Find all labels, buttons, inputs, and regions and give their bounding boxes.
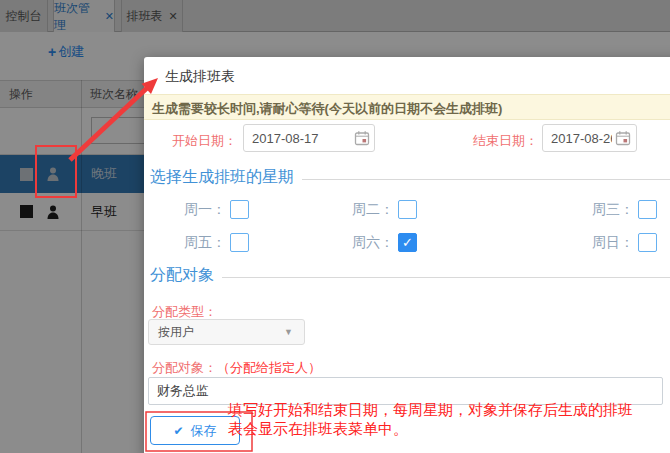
section-divider: [222, 277, 670, 278]
checkbox-monday[interactable]: [230, 200, 249, 219]
modal-title: 生成排班表: [165, 68, 235, 86]
weekday-monday: 周一：: [170, 200, 249, 219]
weekday-label: 周二：: [338, 201, 394, 219]
checkbox-saturday[interactable]: ✓: [398, 233, 417, 252]
checkbox-tuesday[interactable]: [398, 200, 417, 219]
weekday-friday: 周五：: [170, 233, 249, 252]
section-title: 选择生成排班的星期: [150, 167, 294, 188]
start-date-label: 开始日期：: [172, 132, 237, 150]
calendar-icon[interactable]: [615, 130, 631, 146]
assign-target-input[interactable]: [148, 377, 663, 405]
save-button[interactable]: ✔ 保存: [150, 416, 240, 445]
screen: 控制台 班次管理 ✕ 排班表 ✕ +创建 操作 班次名称: [0, 0, 670, 453]
week-section-header: 选择生成排班的星期: [150, 167, 670, 188]
selected-value: 按用户: [158, 325, 194, 339]
checkbox-sunday[interactable]: [638, 233, 657, 252]
assign-type-select[interactable]: 按用户 ▼: [148, 319, 305, 345]
weekday-saturday: 周六： ✓: [338, 233, 417, 252]
weekday-label: 周六：: [338, 234, 394, 252]
section-title: 分配对象: [150, 265, 214, 286]
end-date-label: 结束日期：: [473, 132, 538, 150]
weekday-sunday: 周日：: [578, 233, 657, 252]
weekday-label: 周五：: [170, 234, 226, 252]
weekday-label: 周三：: [578, 201, 634, 219]
save-label: 保存: [191, 422, 217, 440]
weekday-tuesday: 周二：: [338, 200, 417, 219]
generate-schedule-modal: 生成排班表 生成需要较长时间,请耐心等待(今天以前的日期不会生成排班) 开始日期…: [144, 57, 670, 453]
assign-section-header: 分配对象: [150, 265, 670, 286]
checkbox-wednesday[interactable]: [638, 200, 657, 219]
alert-bar: 生成需要较长时间,请耐心等待(今天以前的日期不会生成排班): [144, 94, 670, 120]
alert-text: 生成需要较长时间,请耐心等待(今天以前的日期不会生成排班): [152, 100, 502, 118]
calendar-icon[interactable]: [354, 130, 370, 146]
section-divider: [302, 179, 670, 180]
chevron-down-icon: ▼: [284, 320, 293, 344]
checkbox-friday[interactable]: [230, 233, 249, 252]
assign-target-label: 分配对象：（分配给指定人）: [152, 359, 321, 377]
weekday-wednesday: 周三：: [578, 200, 657, 219]
weekday-label: 周日：: [578, 234, 634, 252]
check-icon: ✔: [173, 424, 183, 438]
weekday-label: 周一：: [170, 201, 226, 219]
